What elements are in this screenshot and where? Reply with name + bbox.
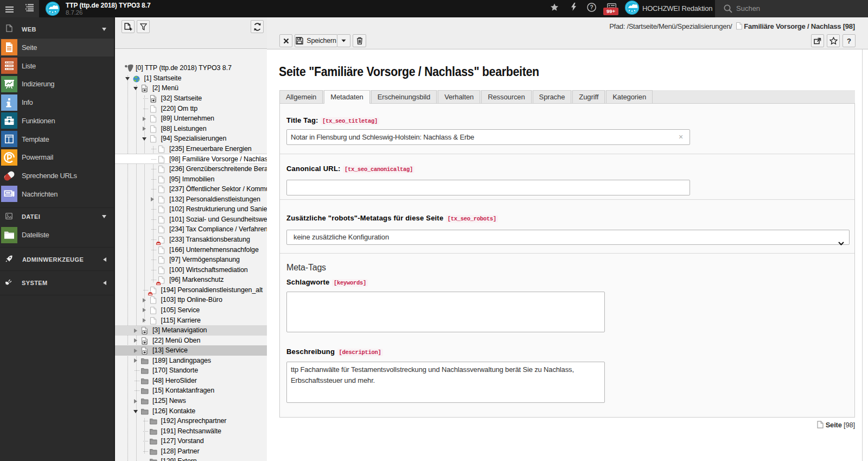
svg-text:?: ? xyxy=(590,4,593,10)
